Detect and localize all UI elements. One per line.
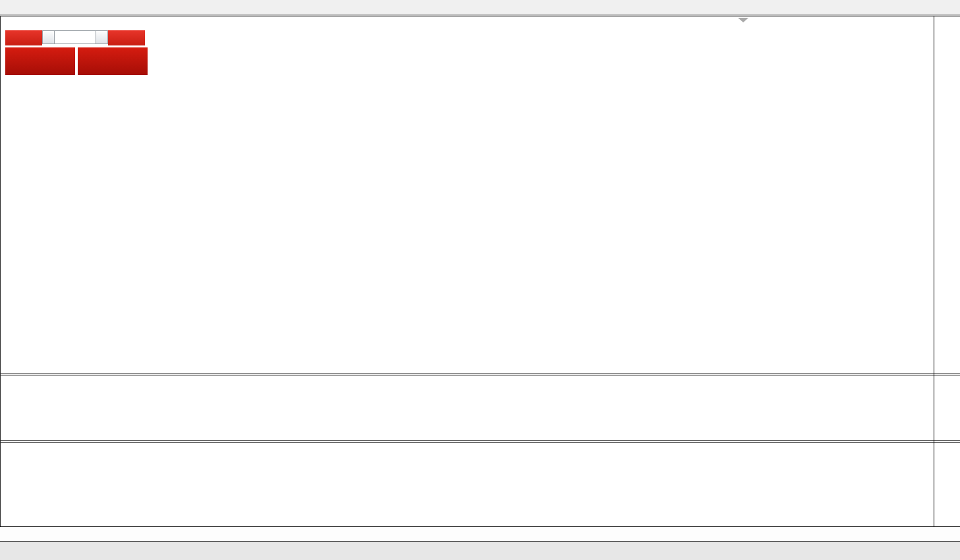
chart-left-border — [0, 16, 1, 526]
timeframe-toolbar — [0, 0, 960, 15]
volume-decrease-button[interactable] — [42, 30, 55, 44]
mt4-terminal — [0, 0, 960, 560]
sell-button[interactable] — [5, 30, 42, 45]
rsi-indicator-plot[interactable] — [0, 443, 935, 526]
sell-price-box[interactable] — [5, 47, 75, 75]
buy-price-box[interactable] — [78, 47, 148, 75]
volume-input[interactable] — [55, 30, 96, 44]
buy-button[interactable] — [108, 30, 145, 45]
one-click-trading-panel — [5, 30, 148, 75]
price-axis-border — [934, 16, 934, 526]
macd-indicator-plot[interactable] — [0, 376, 935, 440]
date-axis[interactable] — [0, 527, 960, 542]
chart-tab-bar — [0, 542, 960, 560]
volume-increase-button[interactable] — [96, 30, 108, 44]
chart-shift-marker-icon[interactable] — [738, 18, 748, 22]
